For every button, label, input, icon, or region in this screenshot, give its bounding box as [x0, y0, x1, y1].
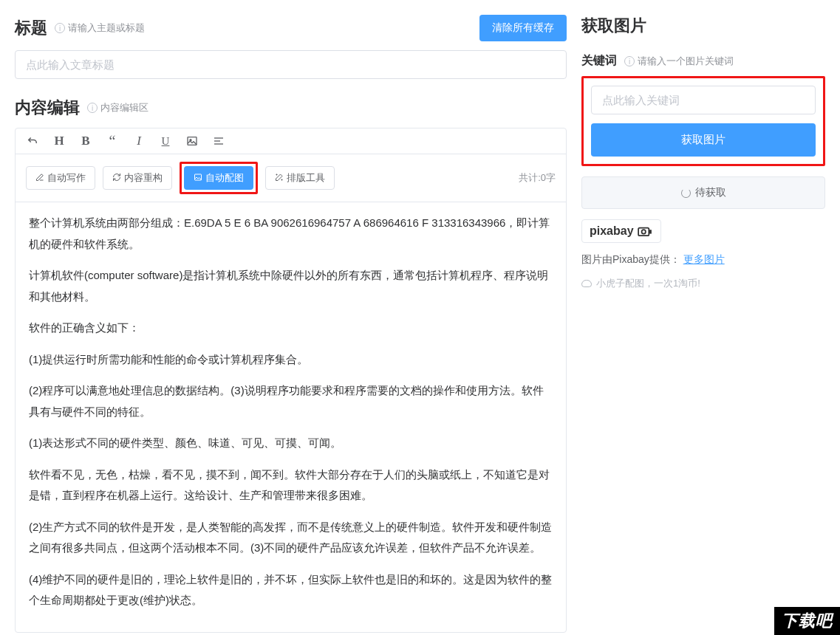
wand-icon	[275, 173, 284, 184]
paragraph: 软件看不见，无色，枯燥，看不见，摸不到，闻不到。软件大部分存在于人们的头脑或纸上…	[29, 464, 553, 507]
pending-status: 待获取	[581, 176, 825, 209]
camera-icon	[637, 225, 653, 237]
spinner-icon	[681, 188, 691, 198]
more-images-link[interactable]: 更多图片	[683, 253, 725, 265]
content-edit-hint: 内容编辑区	[100, 101, 148, 114]
svg-rect-6	[638, 228, 649, 236]
info-icon: i	[624, 56, 635, 66]
action-toolbar: 自动写作 内容重构 自动配图	[16, 154, 566, 202]
title-section-label: 标题 i 请输入主题或标题	[15, 17, 145, 39]
clear-cache-button[interactable]: 清除所有缓存	[479, 15, 567, 41]
image-icon[interactable]	[185, 134, 199, 148]
image-fetch-panel: 获取图片 关键词 i 请输入一个图片关键词 获取图片 待获取 pixabay 图…	[581, 15, 825, 633]
paragraph: (1)表达形式不同的硬件类型、颜色、味道、可见、可摸、可闻。	[29, 433, 553, 454]
article-title-input[interactable]	[15, 50, 567, 79]
svg-point-7	[641, 230, 645, 233]
content-rebuild-button[interactable]: 内容重构	[103, 166, 172, 190]
get-image-title: 获取图片	[581, 15, 825, 37]
image-credit: 图片由Pixabay提供： 更多图片	[581, 253, 825, 267]
refresh-icon	[112, 173, 121, 184]
footer-note: 小虎子配图，一次1淘币!	[581, 277, 825, 290]
info-icon: i	[55, 23, 65, 33]
info-icon: i	[87, 103, 98, 113]
layout-tool-button[interactable]: 排版工具	[265, 166, 335, 190]
watermark-brand: 下载吧	[774, 607, 840, 635]
pixabay-badge: pixabay	[581, 219, 661, 243]
format-toolbar: H B “ I U	[16, 128, 566, 154]
align-icon[interactable]	[212, 134, 225, 148]
pending-label: 待获取	[695, 186, 726, 199]
undo-icon[interactable]	[26, 134, 39, 148]
quote-icon[interactable]: “	[106, 134, 119, 148]
word-count: 共计:0字	[519, 171, 556, 185]
highlight-keyword-box: 获取图片	[581, 76, 825, 166]
heading-icon[interactable]: H	[52, 134, 66, 148]
paragraph: 计算机软件(computer software)是指计算机系统中除硬件以外的所有…	[29, 265, 553, 307]
auto-write-button[interactable]: 自动写作	[26, 166, 95, 190]
bold-icon[interactable]: B	[79, 134, 92, 148]
paragraph: 整个计算机系统由两部分组成：E.69DA 5 E 6 BA 9062616964…	[29, 213, 553, 255]
title-hint-text: 请输入主题或标题	[68, 21, 145, 35]
paragraph: (1)提供运行时所需功能和性能的命令或计算机程序集合。	[29, 349, 553, 371]
content-edit-label: 内容编辑 i 内容编辑区	[15, 97, 148, 119]
cloud-icon	[581, 280, 592, 287]
underline-icon[interactable]: U	[159, 134, 172, 148]
keyword-label: 关键词	[581, 53, 617, 69]
paragraph: (2)程序可以满意地处理信息的数据结构。(3)说明程序功能要求和程序需要的文档的…	[29, 380, 553, 422]
main-editor-panel: 标题 i 请输入主题或标题 清除所有缓存 内容编辑 i 内容编辑区	[15, 15, 567, 633]
paragraph: 软件的正确含义如下：	[29, 318, 553, 339]
svg-rect-8	[649, 230, 652, 233]
auto-image-button[interactable]: 自动配图	[184, 166, 253, 190]
paragraph: (4)维护不同的硬件是旧的，理论上软件是旧的，并不坏，但实际上软件也是旧的和坏的…	[29, 569, 553, 611]
fetch-image-button[interactable]: 获取图片	[591, 123, 816, 157]
keyword-hint: 请输入一个图片关键词	[638, 55, 734, 68]
editor-body[interactable]: 整个计算机系统由两部分组成：E.69DA 5 E 6 BA 9062616964…	[16, 202, 566, 632]
italic-icon[interactable]: I	[132, 134, 146, 148]
picture-icon	[194, 173, 202, 184]
pencil-icon	[35, 173, 44, 184]
editor-container: H B “ I U 自动写作	[15, 128, 567, 633]
keyword-input[interactable]	[591, 86, 816, 114]
highlight-auto-image: 自动配图	[180, 162, 258, 194]
paragraph: (2)生产方式不同的软件是开发，是人类智能的高发挥，而不是传统意义上的硬件制造。…	[29, 517, 553, 559]
